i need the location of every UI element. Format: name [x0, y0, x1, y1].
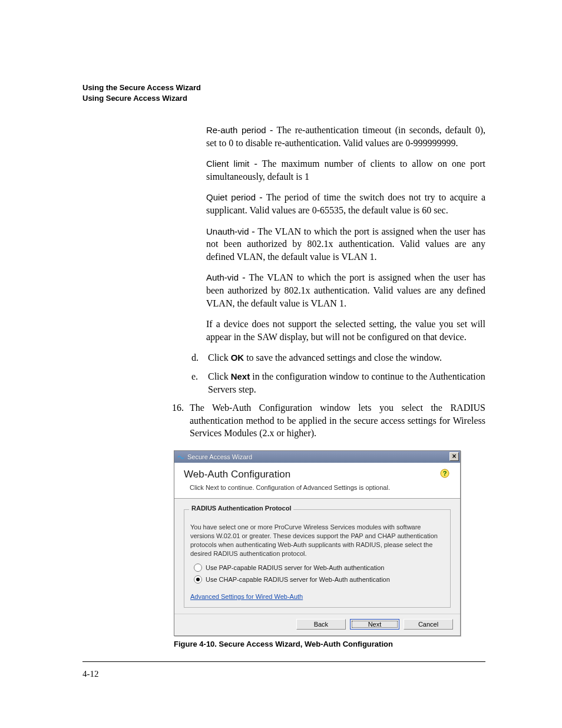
step-16-text: The Web-Auth Configuration window lets y… [190, 401, 485, 440]
radio-selected-dot [196, 578, 200, 581]
term-auth: Auth-vid [206, 272, 239, 282]
term-reauth: Re-auth period [206, 125, 266, 135]
radio-chap-control[interactable] [194, 575, 202, 584]
advanced-settings-link[interactable]: Advanced Settings for Wired Web-Auth [190, 593, 303, 600]
substep-d: d. Click OK to save the advanced setting… [191, 351, 485, 364]
radio-pap[interactable]: Use PAP-capable RADIUS server for Web-Au… [194, 564, 444, 572]
page-number: 4-12 [82, 669, 485, 679]
substep-e-bold: Next [231, 371, 250, 381]
term-unauth: Unauth-vid [206, 226, 249, 236]
def-client-limit: Client limit - The maximum number of cli… [206, 157, 485, 183]
fieldset-desc: You have select one or more ProCurve Wir… [190, 523, 444, 558]
substep-e-marker: e. [191, 370, 208, 396]
substep-e-post: in the configuration window to continue … [208, 371, 485, 394]
radius-fieldset: RADIUS Authentication Protocol You have … [184, 509, 451, 608]
radio-pap-control[interactable] [194, 564, 202, 572]
running-header: Using the Secure Access Wizard Using Sec… [82, 83, 485, 103]
substep-e-pre: Click [208, 371, 231, 381]
substep-e: e. Click Next in the configuration windo… [191, 370, 485, 396]
substep-d-post: to save the advanced settings and close … [244, 353, 442, 363]
def-unauth-vid: Unauth-vid - The VLAN to which the port … [206, 225, 485, 263]
term-quiet: Quiet period [206, 192, 256, 202]
substep-d-bold: OK [231, 353, 244, 363]
header-line-2: Using Secure Access Wizard [82, 93, 485, 104]
wizard-body: RADIUS Authentication Protocol You have … [174, 499, 460, 614]
radio-pap-label: Use PAP-capable RADIUS server for Web-Au… [206, 564, 384, 571]
def-reauth: Re-auth period - The re-authentication t… [206, 124, 485, 149]
figure-caption: Figure 4-10. Secure Access Wizard, Web-A… [174, 640, 485, 648]
def-auth-vid: Auth-vid - The VLAN to which the port is… [206, 271, 485, 309]
wizard-header: Web-Auth Configuration Click Next to con… [174, 463, 460, 499]
term-client: Client limit [206, 159, 249, 169]
title-bar: Secure Access Wizard × [174, 451, 460, 463]
radio-chap[interactable]: Use CHAP-capable RADIUS server for Web-A… [194, 575, 444, 584]
next-button[interactable]: Next [350, 619, 399, 630]
text-auth: - The VLAN to which the port is assigned… [206, 272, 485, 308]
wizard-subtext: Click Next to continue. Configuration of… [190, 484, 451, 491]
radio-chap-label: Use CHAP-capable RADIUS server for Web-A… [206, 576, 390, 583]
substep-d-marker: d. [191, 351, 208, 364]
cancel-button[interactable]: Cancel [404, 619, 453, 630]
wizard-heading: Web-Auth Configuration [184, 469, 451, 480]
window-title: Secure Access Wizard [187, 453, 252, 460]
help-icon[interactable]: ? [440, 469, 449, 478]
header-line-1: Using the Secure Access Wizard [82, 83, 485, 93]
app-icon [177, 453, 185, 461]
support-note: If a device does not support the selecte… [206, 318, 485, 343]
def-quiet: Quiet period - The period of time the sw… [206, 191, 485, 216]
back-button[interactable]: Back [296, 619, 346, 630]
wizard-footer: Back Next Cancel [174, 614, 460, 635]
footer-rule [82, 661, 485, 662]
wizard-window: Secure Access Wizard × Web-Auth Configur… [174, 450, 461, 636]
step-16-marker: 16. [165, 401, 190, 440]
step-16: 16. The Web-Auth Configuration window le… [165, 401, 485, 440]
close-button[interactable]: × [449, 452, 459, 461]
svg-text:?: ? [443, 470, 447, 477]
substep-d-pre: Click [208, 353, 231, 363]
fieldset-legend: RADIUS Authentication Protocol [189, 505, 293, 512]
